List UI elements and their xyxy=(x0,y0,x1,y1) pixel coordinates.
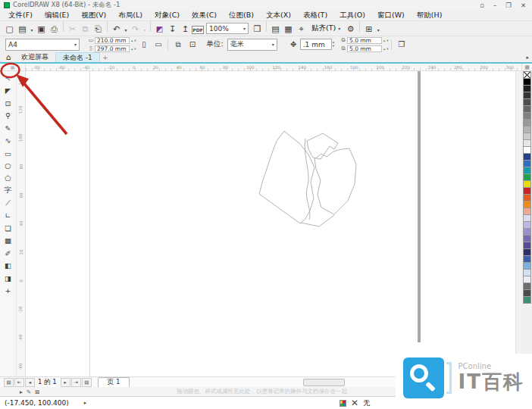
show-guidelines-icon[interactable]: ⌖ xyxy=(295,23,308,36)
menu-item[interactable]: 文本(X) xyxy=(260,10,297,20)
eyedropper-tool[interactable]: ✐ xyxy=(2,248,14,258)
print-icon[interactable]: ⎙ xyxy=(48,23,61,36)
menu-item[interactable]: 工具(O) xyxy=(333,10,371,20)
app-logo-icon xyxy=(4,2,10,8)
freehand-tool[interactable]: ✎ xyxy=(2,123,14,133)
fullscreen-preview-icon[interactable]: ❒ xyxy=(251,23,264,36)
duplicate-x-input[interactable]: 5.0 mm xyxy=(347,37,382,44)
zoom-level-select[interactable]: 100% ▾ xyxy=(206,23,249,34)
launcher-icon[interactable]: ⊞ xyxy=(362,23,375,36)
ellipse-tool[interactable]: ○ xyxy=(2,161,14,171)
smart-fill-tool[interactable]: ◨ xyxy=(2,273,14,283)
menu-item[interactable]: 文件(F) xyxy=(2,10,39,20)
text-tool[interactable]: 字 xyxy=(2,186,14,196)
interactive-fill-tool[interactable]: ◧ xyxy=(2,261,14,271)
menu-item[interactable]: 位图(B) xyxy=(223,10,260,20)
cut-icon[interactable]: ✂ xyxy=(66,23,79,36)
menu-item[interactable]: 布局(L) xyxy=(112,10,149,20)
status-nocolor-icon[interactable]: ⊠ xyxy=(35,389,39,395)
crop-tool[interactable]: ⊡ xyxy=(2,98,14,108)
duplicate-x-stepper[interactable]: ▴▾ xyxy=(383,39,389,42)
drop-shadow-tool[interactable]: ❏ xyxy=(2,223,14,233)
current-page-button[interactable]: ⊡ xyxy=(186,38,199,51)
new-document-icon[interactable]: ▢ xyxy=(3,23,16,36)
portrait-button[interactable]: ▯ xyxy=(138,38,151,51)
shape-tool[interactable]: ◤ xyxy=(2,86,14,96)
redo-dropdown-icon[interactable]: ▾ xyxy=(142,23,148,36)
save-icon[interactable]: ▣ xyxy=(35,23,48,36)
ruler-origin-button[interactable]: ▦ xyxy=(0,64,26,70)
copy-icon[interactable]: ⧉ xyxy=(79,23,92,36)
redo-icon[interactable]: ↷ xyxy=(129,23,142,36)
artistic-media-tool[interactable]: ∿ xyxy=(2,136,14,146)
import-icon[interactable]: ↧ xyxy=(166,23,179,36)
horizontal-scrollbar-thumb[interactable] xyxy=(303,379,345,386)
add-page-front-icon[interactable]: ▤ xyxy=(4,378,14,387)
status-pen-icon[interactable]: ✎ xyxy=(27,389,31,395)
options-gear-icon[interactable]: ⚙ xyxy=(344,23,357,36)
launcher-dropdown-icon[interactable]: ▾ xyxy=(375,23,381,36)
open-icon[interactable]: ▤ xyxy=(16,23,29,36)
window-extra-icon[interactable]: ▫ xyxy=(480,2,484,9)
dimension-tool[interactable]: ⟋ xyxy=(2,198,14,208)
export-icon[interactable]: ↥ xyxy=(179,23,192,36)
polygon-tool[interactable]: ⬠ xyxy=(2,173,14,183)
restore-button[interactable]: ❐ xyxy=(505,2,512,9)
search-content-icon[interactable]: ◩ xyxy=(153,23,166,36)
rectangle-tool[interactable]: ▭ xyxy=(2,148,14,158)
width-stepper[interactable]: ▴▾ xyxy=(131,39,136,42)
status-arrow-icon[interactable]: ▸ xyxy=(20,389,23,395)
units-select[interactable]: 毫米 ▾ xyxy=(227,39,277,51)
close-button[interactable]: ✕ xyxy=(521,2,526,9)
tab-scroll-right-icon[interactable]: ▸ xyxy=(526,55,532,62)
menu-item[interactable]: 视图(V) xyxy=(75,10,112,20)
page-width-input[interactable]: 210.0 mm xyxy=(95,37,130,44)
zoom-tool[interactable]: ⚲ xyxy=(2,111,14,121)
status-expand-icon[interactable]: ▸ xyxy=(84,400,87,406)
pick-tool[interactable]: ↖ xyxy=(2,73,14,83)
menu-item[interactable]: 编辑(E) xyxy=(39,10,75,20)
snap-to-button[interactable]: 贴齐(T) ▾ xyxy=(308,23,344,33)
page-size-preset-select[interactable]: A4 ▾ xyxy=(5,39,80,51)
color-swatch[interactable] xyxy=(523,296,531,304)
undo-dropdown-icon[interactable]: ▾ xyxy=(123,23,129,36)
duplicate-y-stepper[interactable]: ▴▾ xyxy=(383,47,389,51)
menu-item[interactable]: 效果(C) xyxy=(186,10,223,20)
page-height-input[interactable]: 297.0 mm xyxy=(95,45,130,52)
prev-page-icon[interactable]: ◂ xyxy=(25,378,35,387)
menu-item[interactable]: 窗口(W) xyxy=(371,10,411,20)
paste-icon[interactable]: ⎗ xyxy=(92,23,105,36)
page-1-tab[interactable]: 页 1 xyxy=(98,377,130,387)
home-icon[interactable]: ⌂ xyxy=(2,52,14,62)
menu-item[interactable]: 帮助(H) xyxy=(411,10,449,20)
last-page-icon[interactable]: ⇥ xyxy=(71,378,81,387)
publish-pdf-icon[interactable]: PDF xyxy=(192,26,204,34)
duplicate-y-input[interactable]: 5.0 mm xyxy=(347,45,382,52)
show-rulers-icon[interactable]: ▤ xyxy=(269,23,282,36)
ruler-options-icon[interactable]: ▦ xyxy=(521,64,532,70)
open-dropdown-icon[interactable]: ▾ xyxy=(29,23,35,36)
transparency-tool[interactable]: ▦ xyxy=(2,236,14,246)
add-page-back-icon[interactable]: ▤ xyxy=(82,378,92,387)
nudge-distance-input[interactable]: .1 mm xyxy=(300,39,332,50)
all-pages-button[interactable]: ⧉ xyxy=(172,38,185,51)
add-tool-button[interactable]: + xyxy=(2,286,14,296)
tab-untitled-document[interactable]: 未命名 -1 xyxy=(55,52,100,62)
undo-icon[interactable]: ↶ xyxy=(110,23,123,36)
vertical-scrollbar[interactable] xyxy=(515,71,521,376)
connector-tool[interactable]: ∟ xyxy=(2,211,14,221)
nudge-stepper[interactable]: ▴▾ xyxy=(333,41,334,48)
drawing-canvas[interactable] xyxy=(26,71,515,376)
menu-item[interactable]: 对象(C) xyxy=(149,10,186,20)
tab-welcome-screen[interactable]: 欢迎屏幕 xyxy=(14,52,55,62)
menu-item[interactable]: 表格(T) xyxy=(297,10,333,20)
first-page-icon[interactable]: ⇤ xyxy=(14,378,24,387)
tulip-outline-drawing[interactable] xyxy=(253,121,374,227)
landscape-button[interactable]: ▭ xyxy=(152,38,165,51)
treat-as-filled-button[interactable]: ❒ xyxy=(396,38,408,51)
new-tab-button[interactable]: + xyxy=(100,52,111,62)
minimize-button[interactable]: – xyxy=(493,2,496,9)
height-stepper[interactable]: ▴▾ xyxy=(131,47,136,51)
next-page-icon[interactable]: ▸ xyxy=(61,378,70,387)
show-grid-icon[interactable]: ▦ xyxy=(282,23,295,36)
